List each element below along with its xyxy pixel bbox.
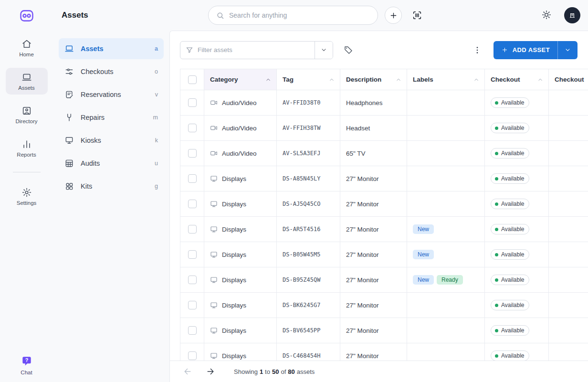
labels-cell (407, 191, 485, 217)
subnav-item-kits[interactable]: Kits g (59, 176, 164, 197)
column-header-checkout[interactable]: Checkout (549, 69, 588, 90)
table-row[interactable]: Displays DS-BK6245G7 27" Monitor Availab… (180, 293, 588, 318)
status-dot-icon (495, 228, 498, 231)
row-checkbox[interactable] (188, 98, 197, 107)
status-dot-icon (495, 329, 498, 332)
row-checkbox[interactable] (188, 149, 197, 158)
prev-page-button[interactable] (181, 365, 194, 378)
table-row[interactable]: Displays DS-C468454H 27" Monitor Availab… (180, 343, 588, 361)
table-row[interactable]: Displays DS-BV6545PP 27" Monitor Availab… (180, 318, 588, 343)
tag-value: DS-A85N45LY (277, 166, 340, 191)
table-row[interactable]: Displays DS-AJ5Q45CO 27" Monitor Availab… (180, 191, 588, 217)
subnav-item-reservations[interactable]: Reservations v (59, 84, 164, 105)
video-camera-icon (210, 124, 218, 132)
chat-button[interactable]: ? Chat (21, 355, 33, 375)
column-header-checkout[interactable]: Checkout (485, 69, 549, 90)
labels-cell: New (407, 242, 485, 267)
rail-item-label: Home (19, 52, 34, 57)
table-row[interactable]: Displays DS-A85N45LY 27" Monitor Availab… (180, 166, 588, 191)
status-badge: Available (491, 173, 529, 184)
kiosks-icon (64, 136, 74, 145)
rail-item-label: Assets (18, 85, 35, 91)
column-header-category[interactable]: Category (204, 69, 277, 90)
row-checkbox[interactable] (188, 124, 197, 132)
reports-icon (21, 139, 32, 149)
svg-text:?: ? (25, 357, 28, 363)
category-value: Displays (222, 327, 246, 334)
table-row[interactable]: Displays DS-B05W45M5 27" Monitor New Ava… (180, 242, 588, 267)
filter-input[interactable] (198, 46, 309, 53)
labels-filter-button[interactable] (342, 43, 355, 57)
row-checkbox[interactable] (188, 276, 197, 284)
tag-value: DS-AR5T4516 (277, 217, 340, 242)
select-all-checkbox[interactable] (188, 75, 197, 84)
subnav-item-repairs[interactable]: Repairs m (59, 107, 164, 128)
row-checkbox[interactable] (188, 351, 197, 360)
plus-icon (501, 46, 508, 53)
scan-button[interactable] (409, 7, 426, 24)
status-label: Available (501, 276, 524, 283)
labels-cell (407, 166, 485, 191)
pagination-bar: Showing 1 to 50 of 80 assets (170, 361, 588, 382)
row-checkbox[interactable] (188, 225, 197, 233)
row-checkbox[interactable] (188, 301, 197, 309)
add-asset-menu-button[interactable] (557, 41, 578, 59)
rail-item-reports[interactable]: Reports (6, 135, 48, 161)
row-checkbox[interactable] (188, 250, 197, 259)
column-label: Category (210, 76, 238, 83)
audits-icon (64, 159, 74, 168)
rail-item-directory[interactable]: Directory (6, 101, 48, 128)
subnav-item-audits[interactable]: Audits u (59, 153, 164, 174)
chat-label: Chat (21, 370, 32, 375)
row-checkbox[interactable] (188, 326, 197, 335)
filter-dropdown-button[interactable] (315, 42, 333, 59)
column-header-tag[interactable]: Tag (277, 69, 340, 90)
add-asset-button[interactable]: ADD ASSET (494, 41, 557, 59)
labels-cell (407, 90, 485, 116)
rail-item-assets[interactable]: Assets (6, 68, 48, 95)
global-search[interactable] (208, 6, 378, 25)
status-label: Available (501, 175, 524, 182)
column-header-description[interactable]: Description (340, 69, 407, 90)
rail-item-home[interactable]: Home (6, 34, 48, 61)
subnav-item-assets[interactable]: Assets a (59, 38, 164, 59)
status-badge: Available (491, 97, 529, 108)
table-row[interactable]: Audio/Video AV-SL5A3EFJ 65" TV Available (180, 141, 588, 166)
table-row[interactable]: Audio/Video AV-FFID38T0 Headphones Avail… (180, 90, 588, 116)
quick-add-button[interactable] (385, 7, 402, 24)
table-row[interactable]: Displays DS-AR5T4516 27" Monitor New Ava… (180, 217, 588, 242)
app-logo[interactable] (19, 8, 35, 24)
chevron-down-icon (564, 46, 571, 53)
subnav-item-checkouts[interactable]: Checkouts o (59, 61, 164, 82)
description-value: 27" Monitor (340, 242, 407, 267)
chevron-up-icon (473, 76, 480, 83)
next-page-button[interactable] (204, 365, 217, 378)
more-options-button[interactable] (471, 43, 484, 57)
theme-toggle-button[interactable] (541, 10, 553, 21)
rail-item-settings[interactable]: Settings (6, 183, 48, 210)
main-area: Assets (53, 0, 588, 382)
topbar: Assets (53, 0, 588, 31)
subnav-item-kiosks[interactable]: Kiosks k (59, 130, 164, 151)
status-label: Available (501, 226, 524, 233)
column-header-labels[interactable]: Labels (407, 69, 485, 90)
avatar[interactable] (564, 7, 580, 23)
status-label: Available (501, 201, 524, 207)
subnav-item-label: Kits (81, 182, 92, 190)
labels-cell (407, 318, 485, 343)
plus-icon (389, 11, 398, 20)
category-value: Displays (222, 352, 246, 360)
labels-cell (407, 116, 485, 141)
table-row[interactable]: Audio/Video AV-FFIH38TW Headset Availabl… (180, 116, 588, 141)
kits-icon (64, 181, 74, 191)
table-row[interactable]: Displays DS-B95Z45QW 27" Monitor NewRead… (180, 267, 588, 293)
kebab-menu-icon (472, 45, 482, 55)
column-label: Checkout (491, 76, 520, 83)
row-checkbox[interactable] (188, 200, 197, 208)
column-label: Tag (283, 76, 294, 83)
status-badge: Available (491, 325, 529, 336)
row-checkbox[interactable] (188, 174, 197, 183)
category-value: Audio/Video (222, 150, 257, 157)
search-input[interactable] (229, 11, 370, 19)
shortcut-key: k (155, 137, 158, 144)
